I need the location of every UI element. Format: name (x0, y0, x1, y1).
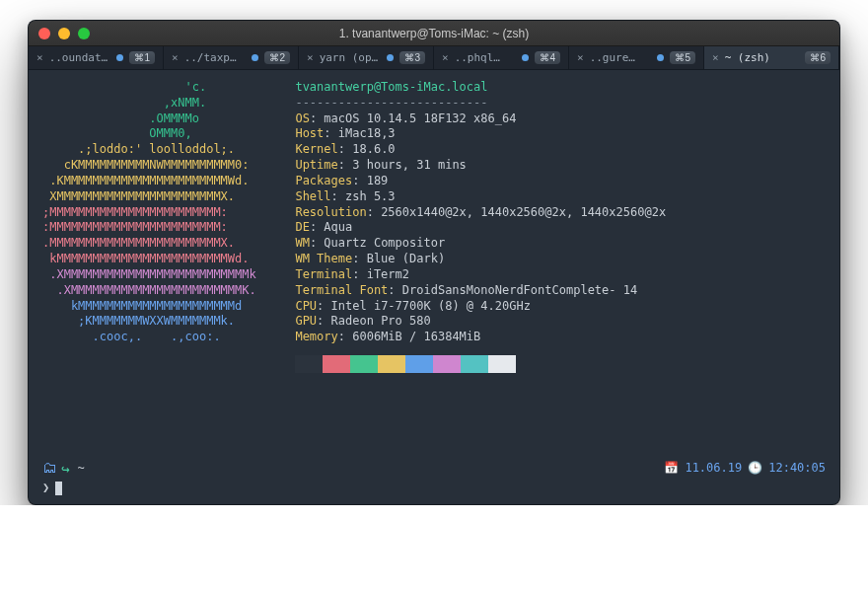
system-info: tvanantwerp@Toms-iMac.local ------------… (295, 80, 666, 373)
color-swatch (295, 355, 323, 373)
info-value: Quartz Compositor (324, 236, 445, 250)
color-swatch (350, 355, 378, 373)
tab-close-icon[interactable]: × (307, 51, 314, 64)
tab-hotkey: ⌘5 (670, 51, 695, 64)
terminal-window: 1. tvanantwerp@Toms-iMac: ~ (zsh) ×..oun… (28, 20, 840, 505)
info-value: 18.6.0 (352, 142, 395, 156)
traffic-lights (38, 28, 90, 39)
close-button[interactable] (38, 28, 50, 39)
info-value: 3 hours, 31 mins (352, 158, 467, 172)
tab-close-icon[interactable]: × (442, 51, 449, 64)
info-separator: --------------------------- (295, 96, 487, 110)
tab-2[interactable]: ×../taxp…⌘2 (164, 46, 299, 69)
info-value: 2560x1440@2x, 1440x2560@2x, 1440x2560@2x (381, 205, 666, 219)
tab-close-icon[interactable]: × (577, 51, 584, 64)
color-swatch (323, 355, 350, 373)
window-title: 1. tvanantwerp@Toms-iMac: ~ (zsh) (29, 27, 839, 40)
color-swatch (378, 355, 405, 373)
tab-bar: ×..oundatio…⌘1×../taxp…⌘2×yarn (ope…⌘3×.… (29, 46, 839, 70)
maximize-button[interactable] (78, 28, 90, 39)
tab-dirty-dot (252, 54, 258, 61)
info-value: macOS 10.14.5 18F132 x86_64 (324, 111, 516, 125)
status-left: 🗂 ↪ ~ (42, 459, 85, 479)
status-time: 12:40:05 (768, 461, 826, 477)
info-key: OS (295, 111, 309, 125)
calendar-icon: 📅 (664, 461, 679, 477)
cwd-path: ~ (77, 461, 84, 477)
tab-dirty-dot (657, 54, 664, 61)
tab-hotkey: ⌘3 (399, 51, 425, 64)
color-swatches (295, 355, 666, 373)
info-value: 6006MiB / 16384MiB (352, 330, 480, 343)
prompt-line[interactable]: ❯ (42, 481, 826, 496)
tab-hotkey: ⌘4 (535, 51, 560, 64)
tab-label: ~ (zsh) (725, 51, 800, 64)
info-value: Intel i7-7700K (8) @ 4.20GHz (331, 299, 531, 313)
color-swatch (433, 355, 461, 373)
status-date: 11.06.19 (685, 461, 742, 477)
neofetch-output: 'c. ,xNMM. .OMMMMo OMMM0, .;loddo:' lool… (42, 80, 826, 373)
branch-icon: ↪ (61, 460, 69, 478)
info-key: Resolution (295, 205, 366, 219)
info-value: DroidSansMonoNerdFontComplete- 14 (402, 283, 637, 297)
info-key: DE (295, 220, 309, 234)
tab-label: ..gure… (590, 51, 652, 64)
info-key: WM Theme (295, 252, 352, 265)
tab-dirty-dot (522, 54, 529, 61)
info-key: WM (295, 236, 309, 250)
tab-label: ..oundatio… (49, 51, 111, 64)
status-right: 📅 11.06.19 🕒 12:40:05 (664, 461, 826, 477)
folder-icon: 🗂 (42, 459, 57, 479)
info-key: Packages (295, 174, 352, 187)
tab-close-icon[interactable]: × (712, 51, 719, 64)
status-bar: 🗂 ↪ ~ 📅 11.06.19 🕒 12:40:05 (42, 457, 826, 479)
info-value: Aqua (324, 220, 352, 234)
info-value: 189 (367, 174, 389, 187)
info-key: CPU (295, 299, 317, 313)
tab-label: ..phql… (455, 51, 517, 64)
info-key: Terminal (295, 267, 352, 281)
info-key: Uptime (295, 158, 337, 172)
info-value: iTerm2 (367, 267, 409, 281)
tab-dirty-dot (387, 54, 394, 61)
tab-label: ../taxp… (184, 51, 247, 64)
ascii-logo: 'c. ,xNMM. .OMMMMo OMMM0, .;loddo:' lool… (42, 80, 277, 345)
tab-label: yarn (ope… (320, 51, 382, 64)
tab-hotkey: ⌘6 (805, 51, 831, 64)
tab-6[interactable]: ×~ (zsh)⌘6 (704, 46, 839, 69)
tab-4[interactable]: ×..phql…⌘4 (434, 46, 569, 69)
prompt-caret: ❯ (42, 481, 49, 496)
tab-1[interactable]: ×..oundatio…⌘1 (29, 46, 164, 69)
info-key: Kernel (295, 142, 337, 156)
info-key: GPU (295, 314, 317, 328)
info-value: Radeon Pro 580 (331, 314, 431, 328)
info-key: Shell (295, 189, 330, 203)
info-key: Memory (295, 330, 337, 343)
tab-hotkey: ⌘1 (129, 51, 155, 64)
titlebar: 1. tvanantwerp@Toms-iMac: ~ (zsh) (29, 21, 839, 46)
tab-close-icon[interactable]: × (36, 51, 43, 64)
tab-dirty-dot (116, 54, 123, 61)
info-value: zsh 5.3 (345, 189, 396, 203)
clock-icon: 🕒 (748, 461, 762, 477)
color-swatch (405, 355, 433, 373)
color-swatch (461, 355, 488, 373)
info-value: Blue (Dark) (367, 252, 445, 265)
tab-5[interactable]: ×..gure…⌘5 (569, 46, 704, 69)
tab-close-icon[interactable]: × (172, 51, 179, 64)
info-title: tvanantwerp@Toms-iMac.local (295, 80, 487, 94)
tab-3[interactable]: ×yarn (ope…⌘3 (299, 46, 434, 69)
info-value: iMac18,3 (338, 126, 396, 140)
cursor (55, 482, 62, 495)
tab-hotkey: ⌘2 (264, 51, 290, 64)
minimize-button[interactable] (58, 28, 70, 39)
info-key: Terminal Font (295, 283, 388, 297)
color-swatch (488, 355, 516, 373)
info-key: Host (295, 126, 324, 140)
terminal-body[interactable]: 'c. ,xNMM. .OMMMMo OMMM0, .;loddo:' lool… (29, 70, 839, 504)
